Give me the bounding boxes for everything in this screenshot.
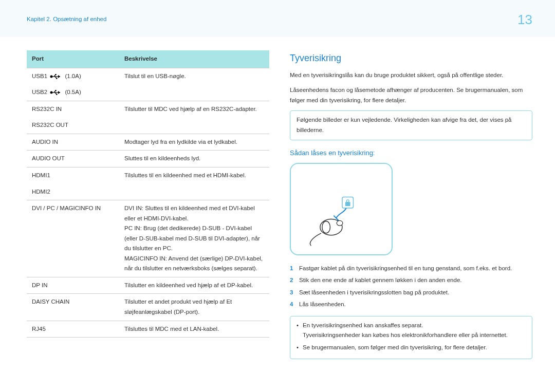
port-name: RS232C IN bbox=[27, 101, 119, 117]
port-name: RS232C OUT bbox=[27, 117, 119, 134]
port-desc bbox=[119, 117, 269, 134]
step-number: 3 bbox=[290, 288, 294, 298]
table-row: RJ45Tilsluttes til MDC med et LAN-kabel. bbox=[27, 321, 269, 338]
port-desc bbox=[119, 84, 269, 101]
port-desc: Tilsluttes til MDC med et LAN-kabel. bbox=[119, 321, 269, 338]
port-name: HDMI1 bbox=[27, 167, 119, 184]
page-header: Kapitel 2. Opsætning af enhed 13 bbox=[0, 0, 555, 37]
page-number: 13 bbox=[517, 8, 532, 31]
port-name: DAISY CHAIN bbox=[27, 294, 119, 321]
svg-rect-13 bbox=[345, 202, 350, 206]
port-name: DP IN bbox=[27, 277, 119, 294]
table-row: USB2 (0.5A) bbox=[27, 84, 269, 101]
table-row: HDMI2 bbox=[27, 184, 269, 200]
port-name: DVI / PC / MAGICINFO IN bbox=[27, 200, 119, 277]
svg-rect-5 bbox=[56, 78, 57, 79]
port-name: USB1 (1.0A) bbox=[27, 68, 119, 84]
th-port: Port bbox=[27, 50, 119, 68]
step-text: Fastgør kablet på din tyverisikringsenhe… bbox=[299, 264, 512, 274]
port-desc: Modtager lyd fra en lydkilde via et lydk… bbox=[119, 134, 269, 151]
lock-icon bbox=[296, 167, 386, 249]
step-number: 2 bbox=[290, 275, 294, 286]
port-name: USB2 (0.5A) bbox=[27, 84, 119, 101]
port-desc: Tilsluttes til en kildeenhed med et HDMI… bbox=[119, 167, 269, 184]
port-name: HDMI2 bbox=[27, 184, 119, 200]
step-item: 3Sæt låseenheden i tyverisikringsslotten… bbox=[290, 288, 532, 298]
port-desc bbox=[119, 184, 269, 200]
breadcrumb: Kapitel 2. Opsætning af enhed bbox=[27, 14, 106, 25]
step-text: Sæt låseenheden i tyverisikringsslotten … bbox=[299, 288, 449, 298]
step-list: 1Fastgør kablet på din tyverisikringsenh… bbox=[290, 264, 532, 310]
step-text: Stik den ene ende af kablet gennem løkke… bbox=[299, 275, 461, 286]
port-table: Port Beskrivelse USB1 (1.0A)Tilslut til … bbox=[27, 50, 269, 338]
table-row: DP INTilslutter en kildeenhed ved hjælp … bbox=[27, 277, 269, 294]
port-name: AUDIO OUT bbox=[27, 151, 119, 167]
port-desc: Tilslutter en kildeenhed ved hjælp af et… bbox=[119, 277, 269, 294]
svg-point-16 bbox=[322, 221, 330, 233]
port-name: RJ45 bbox=[27, 321, 119, 338]
table-row: DVI / PC / MAGICINFO INDVI IN: Sluttes t… bbox=[27, 200, 269, 277]
right-column: Tyverisikring Med en tyverisikringslås k… bbox=[290, 50, 532, 359]
svg-point-14 bbox=[346, 199, 349, 202]
bullet-text: En tyverisikringsenhed kan anskaffes sep… bbox=[303, 321, 508, 331]
port-desc: Tilslutter til MDC ved hjælp af en RS232… bbox=[119, 101, 269, 117]
intro-paragraph-2: Låseenhedens facon og låsemetode afhænge… bbox=[290, 85, 532, 105]
table-row: DAISY CHAINTilslutter et andet produkt v… bbox=[27, 294, 269, 321]
section-title: Tyverisikring bbox=[290, 50, 532, 66]
svg-rect-11 bbox=[56, 94, 57, 95]
table-row: RS232C INTilslutter til MDC ved hjælp af… bbox=[27, 101, 269, 117]
step-number: 4 bbox=[290, 300, 294, 310]
subsection-title: Sådan låses en tyverisikring: bbox=[290, 147, 532, 159]
main-content: Port Beskrivelse USB1 (1.0A)Tilslut til … bbox=[0, 37, 555, 369]
step-number: 1 bbox=[290, 264, 294, 274]
bullet-item: Se brugermanualen, som følger med din ty… bbox=[297, 343, 526, 353]
svg-point-17 bbox=[337, 220, 343, 226]
port-desc: Tilslutter et andet produkt ved hjælp af… bbox=[119, 294, 269, 321]
table-row: HDMI1Tilsluttes til en kildeenhed med et… bbox=[27, 167, 269, 184]
step-item: 2Stik den ene ende af kablet gennem løkk… bbox=[290, 275, 532, 286]
step-item: 4Lås låseenheden. bbox=[290, 300, 532, 310]
port-desc: Sluttes til en kildeenheds lyd. bbox=[119, 151, 269, 167]
table-row: USB1 (1.0A)Tilslut til en USB-nøgle. bbox=[27, 68, 269, 84]
table-row: AUDIO INModtager lyd fra en lydkilde via… bbox=[27, 134, 269, 151]
bullet-text: Se brugermanualen, som følger med din ty… bbox=[303, 343, 487, 353]
table-row: AUDIO OUTSluttes til en kildeenheds lyd. bbox=[27, 151, 269, 167]
port-name: AUDIO IN bbox=[27, 134, 119, 151]
lock-illustration bbox=[290, 163, 393, 255]
bullet-item: En tyverisikringsenhed kan anskaffes sep… bbox=[297, 321, 526, 341]
step-text: Lås låseenheden. bbox=[299, 300, 346, 310]
bullet-box: En tyverisikringsenhed kan anskaffes sep… bbox=[290, 316, 532, 360]
port-desc: Tilslut til en USB-nøgle. bbox=[119, 68, 269, 84]
table-row: RS232C OUT bbox=[27, 117, 269, 134]
left-column: Port Beskrivelse USB1 (1.0A)Tilslut til … bbox=[27, 50, 269, 359]
th-desc: Beskrivelse bbox=[119, 50, 269, 68]
step-item: 1Fastgør kablet på din tyverisikringsenh… bbox=[290, 264, 532, 274]
note-box: Følgende billeder er kun vejledende. Vir… bbox=[290, 110, 532, 140]
intro-paragraph-1: Med en tyverisikringslås kan du bruge pr… bbox=[290, 70, 532, 81]
port-desc: DVI IN: Sluttes til en kildeenhed med et… bbox=[119, 200, 269, 277]
bullet-subtext: Tyverisikringsenheder kan købes hos elek… bbox=[303, 330, 508, 341]
